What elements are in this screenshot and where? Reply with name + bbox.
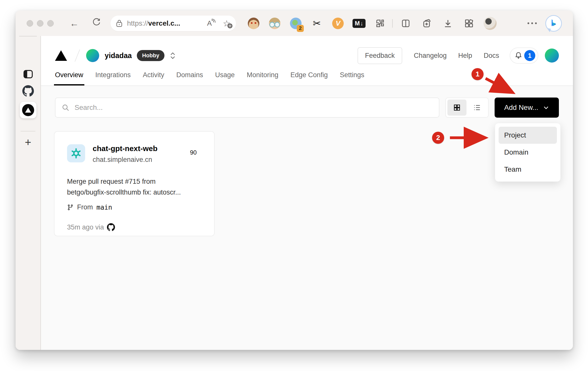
grid-view-icon: [453, 104, 461, 112]
bing-chat-icon[interactable]: [545, 15, 562, 32]
dropdown-item-project[interactable]: Project: [499, 127, 557, 144]
team-avatar: [86, 49, 99, 62]
dropdown-item-domain[interactable]: Domain: [499, 144, 557, 161]
extension-badge: 2: [297, 25, 304, 32]
sidebar-item-github[interactable]: [22, 85, 34, 97]
overview-content: Add New... Project Domain Team: [41, 86, 573, 350]
vercel-logo-icon[interactable]: [55, 50, 67, 61]
clipper-extension-icon[interactable]: ✂: [310, 17, 323, 30]
changelog-link[interactable]: Changelog: [414, 52, 447, 60]
lighthouse-score: 90: [185, 144, 202, 161]
deploy-meta: 35m ago via: [67, 223, 202, 231]
team-switcher-icon[interactable]: [170, 52, 175, 59]
score-value: 90: [185, 144, 202, 161]
sidebar-toggle-button[interactable]: [23, 69, 34, 80]
help-link[interactable]: Help: [458, 52, 472, 60]
split-screen-button[interactable]: [399, 17, 412, 30]
downloads-button[interactable]: [441, 17, 454, 30]
zoom-window-button[interactable]: [47, 20, 54, 27]
tab-settings[interactable]: Settings: [340, 71, 364, 85]
grid-view-button[interactable]: [447, 100, 466, 116]
view-toggle: [445, 98, 489, 118]
notification-count-badge: 1: [524, 50, 535, 61]
branch-row: From main: [67, 203, 202, 211]
project-search[interactable]: [55, 98, 439, 118]
tab-integrations[interactable]: Integrations: [95, 71, 131, 85]
git-branch-icon: [67, 204, 74, 211]
scissors-icon: ✂: [313, 18, 321, 29]
edge-vertical-sidebar: +: [16, 36, 41, 350]
sidebar-divider: [21, 131, 35, 131]
github-icon: [22, 85, 34, 97]
avatar-extension-icon[interactable]: [268, 17, 281, 30]
team-name[interactable]: yidadaa: [105, 52, 132, 60]
bell-icon: [514, 51, 523, 60]
monkey-icon: [248, 18, 259, 29]
dropdown-item-team[interactable]: Team: [499, 161, 557, 178]
chevron-down-icon: [543, 104, 549, 111]
toolbar-divider: [392, 19, 393, 28]
search-input[interactable]: [75, 104, 433, 112]
breadcrumb-slash: [75, 50, 80, 62]
browser-profile-avatar[interactable]: [484, 17, 497, 30]
add-new-label: Add New...: [504, 104, 538, 112]
tab-domains[interactable]: Domains: [176, 71, 203, 85]
vercel-app-icon: [22, 104, 34, 116]
cat-avatar: [484, 17, 497, 30]
girl-glasses-icon: [269, 18, 280, 29]
extensions-menu-icon[interactable]: [374, 17, 387, 30]
docs-link[interactable]: Docs: [484, 52, 499, 60]
tab-edge-config[interactable]: Edge Config: [290, 71, 328, 85]
notifications-button[interactable]: 1: [510, 48, 538, 64]
sidebar-item-vercel-active[interactable]: [20, 102, 36, 118]
tab-overview[interactable]: Overview: [55, 71, 83, 85]
project-domain[interactable]: chat.simplenaive.cn: [93, 156, 157, 164]
project-avatar: [67, 144, 85, 162]
collections-button[interactable]: [420, 17, 433, 30]
window-controls[interactable]: [27, 20, 54, 27]
add-new-button[interactable]: Add New...: [495, 98, 559, 118]
url-text: https://vercel.c...: [127, 19, 180, 27]
add-new-dropdown: Project Domain Team: [495, 123, 561, 182]
from-label: From: [77, 203, 93, 211]
feedback-button[interactable]: Feedback: [358, 47, 402, 64]
lock-icon: [116, 20, 123, 27]
tab-monitoring[interactable]: Monitoring: [247, 71, 278, 85]
back-icon[interactable]: ←: [70, 18, 79, 29]
refresh-icon[interactable]: [92, 18, 100, 29]
translate-extension-icon[interactable]: 2: [289, 17, 302, 30]
v-extension-icon[interactable]: V: [331, 17, 344, 30]
more-menu-icon[interactable]: [527, 22, 537, 24]
apps-button[interactable]: [462, 17, 476, 30]
read-aloud-icon[interactable]: A: [207, 19, 215, 27]
user-avatar[interactable]: [545, 49, 559, 63]
vercel-page: yidadaa Hobby Feedback Changelog Help Do…: [41, 36, 573, 350]
close-window-button[interactable]: [27, 20, 33, 27]
list-view-button[interactable]: [467, 100, 487, 116]
openai-logo-icon: [70, 147, 82, 160]
site-header: yidadaa Hobby Feedback Changelog Help Do…: [41, 36, 573, 86]
address-bar[interactable]: https://vercel.c... A ☆: [110, 16, 236, 31]
refresh-glyph: [92, 18, 100, 26]
favorite-plus-badge: [227, 23, 232, 28]
plan-badge: Hobby: [137, 50, 164, 61]
puzzle-icon: [375, 18, 385, 28]
tampermonkey-extension-icon[interactable]: [247, 17, 260, 30]
v-icon: V: [332, 18, 344, 29]
browser-toolbar: ← https://vercel.c... A ☆ 2 ✂ V M↓: [16, 11, 573, 36]
add-favorite-icon[interactable]: ☆: [223, 18, 230, 28]
browser-window: ← https://vercel.c... A ☆ 2 ✂ V M↓: [16, 11, 573, 350]
collections-icon: [422, 18, 432, 29]
project-card[interactable]: chat-gpt-next-web chat.simplenaive.cn 90…: [54, 131, 215, 236]
commit-message: Merge pull request #715 from betgo/bugfi…: [67, 176, 202, 198]
minimize-window-button[interactable]: [37, 20, 43, 27]
download-icon: [443, 18, 453, 28]
split-screen-icon: [401, 18, 411, 28]
tab-usage[interactable]: Usage: [215, 71, 235, 85]
sidebar-add-button[interactable]: +: [25, 136, 31, 149]
apps-grid-icon: [464, 18, 474, 29]
markdownload-extension-icon[interactable]: M↓: [352, 17, 366, 30]
tab-activity[interactable]: Activity: [143, 71, 164, 85]
project-name[interactable]: chat-gpt-next-web: [93, 144, 157, 153]
list-view-icon: [473, 103, 481, 112]
